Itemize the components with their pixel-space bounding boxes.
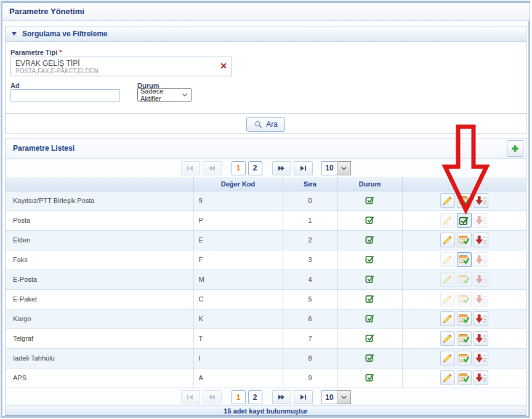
- row-sira: 4: [283, 269, 337, 289]
- list-panel: Parametre Listesi 1 2 10 Değer Kod: [5, 138, 526, 416]
- first-page-icon: [185, 164, 195, 173]
- history-button[interactable]: [474, 292, 488, 306]
- status-change-button[interactable]: [457, 370, 472, 385]
- edit-button[interactable]: [440, 370, 455, 385]
- parameter-table: Değer Kod Sıra Durum Kayıtsız/PTT Birleş…: [6, 177, 526, 388]
- required-asterisk: *: [59, 49, 62, 56]
- history-button[interactable]: [474, 370, 488, 385]
- page-size-select[interactable]: 10: [321, 161, 351, 175]
- table-row: Posta P 1: [6, 210, 526, 230]
- row-durum: [337, 348, 402, 368]
- next-page-button[interactable]: [272, 390, 291, 404]
- status-change-button[interactable]: [457, 351, 472, 365]
- history-button[interactable]: [474, 311, 488, 326]
- history-button[interactable]: [474, 213, 488, 228]
- prev-page-button[interactable]: [203, 390, 222, 404]
- filter-panel: Sorgulama ve Filtreleme Parametre Tipi *…: [5, 26, 526, 134]
- record-count-footer: 15 adet kayıt bulunmuştur: [6, 405, 526, 415]
- durum-select[interactable]: Sadece Aktifler: [137, 88, 191, 102]
- collapse-triangle-icon: [12, 32, 17, 36]
- parametre-tipi-label: Parametre Tipi *: [10, 49, 62, 56]
- row-sira: 9: [283, 368, 337, 388]
- search-button[interactable]: Ara: [246, 117, 285, 132]
- pencil-icon: [442, 274, 453, 285]
- row-durum: [337, 309, 402, 329]
- pencil-icon: [442, 314, 453, 324]
- edit-button[interactable]: [440, 331, 455, 346]
- form-check-icon: [458, 333, 470, 343]
- edit-button[interactable]: [440, 213, 455, 228]
- edit-button[interactable]: [440, 233, 455, 247]
- column-header-name: [6, 177, 193, 191]
- row-name: Faks: [6, 250, 193, 269]
- history-button[interactable]: [474, 193, 488, 208]
- red-download-icon: [475, 314, 486, 324]
- pencil-icon: [442, 255, 453, 265]
- row-sira: 1: [283, 210, 337, 230]
- row-name: E-Paket: [6, 289, 193, 309]
- status-change-button[interactable]: [457, 331, 472, 346]
- status-change-button[interactable]: [457, 233, 472, 247]
- row-name: Telgraf: [6, 329, 193, 348]
- page-size-select[interactable]: 10: [321, 390, 351, 404]
- status-change-button[interactable]: [457, 213, 472, 228]
- filter-panel-header[interactable]: Sorgulama ve Filtreleme: [6, 26, 526, 42]
- page-size-value: 10: [321, 390, 338, 404]
- history-button[interactable]: [474, 331, 488, 346]
- first-page-button[interactable]: [181, 161, 200, 175]
- table-row: Faks F 3: [6, 250, 526, 269]
- row-durum: [337, 191, 402, 210]
- edit-button[interactable]: [440, 292, 455, 306]
- row-durum: [337, 250, 402, 269]
- green-checkbox-icon: [365, 353, 374, 362]
- page-2-button[interactable]: 2: [248, 161, 262, 175]
- status-change-button[interactable]: [457, 272, 472, 287]
- ad-input[interactable]: [10, 89, 120, 102]
- page-1-button[interactable]: 1: [232, 161, 246, 175]
- green-checkbox-icon: [365, 215, 374, 225]
- page-1-button[interactable]: 1: [232, 390, 246, 404]
- paginator-top: 1 2 10: [6, 159, 526, 177]
- edit-button[interactable]: [440, 252, 455, 267]
- list-panel-header: Parametre Listesi: [6, 138, 526, 159]
- status-change-button[interactable]: [457, 311, 472, 326]
- parametre-tipi-value: EVRAK GELİŞ TİPİ: [15, 59, 217, 68]
- last-page-button[interactable]: [294, 390, 313, 404]
- list-panel-title: Parametre Listesi: [13, 144, 75, 153]
- clear-x-icon[interactable]: ✕: [220, 62, 227, 70]
- edit-button[interactable]: [440, 193, 455, 208]
- edit-button[interactable]: [440, 311, 455, 326]
- row-durum: [337, 368, 402, 388]
- pencil-icon: [442, 215, 453, 226]
- last-page-icon: [298, 164, 308, 173]
- parametre-tipi-field[interactable]: EVRAK GELİŞ TİPİ POSTA,FAX,E-PAKET,ELDEN…: [10, 57, 232, 76]
- pencil-icon: [442, 235, 453, 245]
- row-deger-kod: T: [193, 329, 283, 348]
- edit-button[interactable]: [440, 272, 455, 287]
- status-change-button[interactable]: [457, 252, 472, 267]
- status-change-button[interactable]: [457, 292, 472, 306]
- row-deger-kod: P: [193, 210, 283, 230]
- page-title: Parametre Yönetimi: [9, 7, 84, 16]
- add-button[interactable]: [507, 140, 523, 157]
- table-row: E-Posta M 4: [6, 269, 526, 289]
- history-button[interactable]: [474, 351, 488, 365]
- page-2-button[interactable]: 2: [248, 390, 262, 404]
- first-page-button[interactable]: [181, 390, 200, 404]
- history-button[interactable]: [474, 272, 488, 287]
- magnifier-icon: [254, 120, 263, 129]
- last-page-button[interactable]: [294, 161, 313, 175]
- history-button[interactable]: [474, 252, 488, 267]
- next-page-button[interactable]: [272, 161, 291, 175]
- row-sira: 0: [283, 191, 337, 210]
- parametre-tipi-description: POSTA,FAX,E-PAKET,ELDEN: [15, 68, 217, 75]
- prev-page-button[interactable]: [203, 161, 222, 175]
- edit-button[interactable]: [440, 351, 455, 365]
- row-deger-kod: E: [193, 230, 283, 250]
- row-sira: 2: [283, 230, 337, 250]
- green-checkbox-icon: [365, 294, 374, 303]
- green-checkbox-icon: [365, 314, 374, 323]
- form-check-icon: [458, 235, 470, 245]
- status-change-button[interactable]: [457, 193, 472, 208]
- history-button[interactable]: [474, 233, 488, 247]
